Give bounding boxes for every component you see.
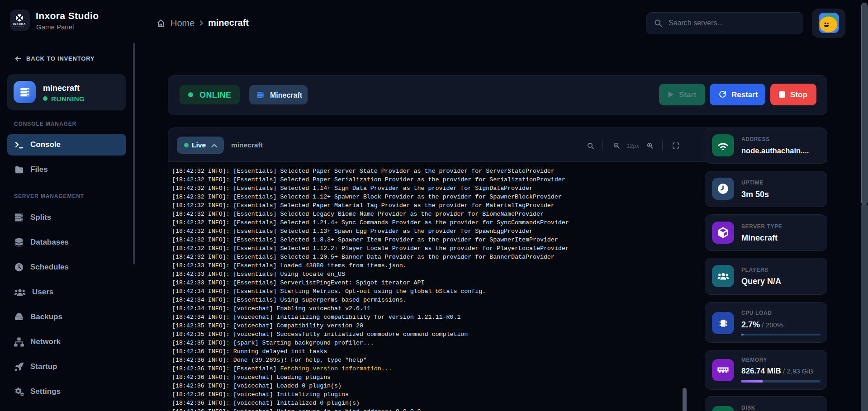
- svg-text:STUDIO: STUDIO: [14, 26, 25, 28]
- svg-text:INXORA: INXORA: [13, 23, 26, 25]
